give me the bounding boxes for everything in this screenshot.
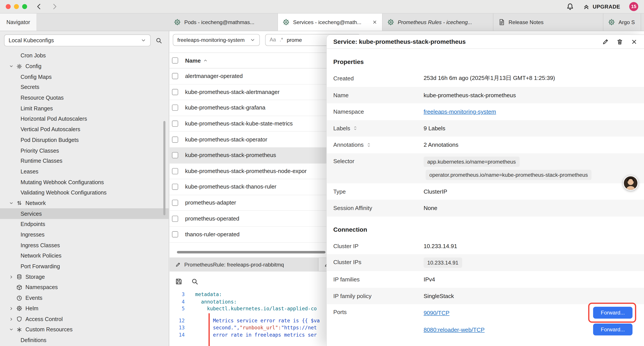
column-header-name[interactable]: Name bbox=[185, 57, 208, 64]
namespace-selector-value: freeleaps-monitoring-system bbox=[177, 37, 244, 43]
notification-count-badge[interactable]: 15 bbox=[629, 2, 638, 11]
sidebar-item-storage[interactable]: Storage bbox=[0, 272, 169, 282]
sidebar-item-endpoints[interactable]: Endpoints bbox=[0, 219, 169, 230]
sidebar-item-config-maps[interactable]: Config Maps bbox=[0, 72, 169, 82]
sidebar-item-events[interactable]: Events bbox=[0, 293, 169, 303]
row-checkbox[interactable] bbox=[172, 73, 178, 79]
row-checkbox[interactable] bbox=[172, 184, 178, 190]
code-text: kubectl.kubernetes.io/last-applied-co bbox=[189, 306, 317, 313]
forward-button[interactable] bbox=[51, 3, 58, 10]
regex-toggle[interactable]: .* bbox=[280, 37, 283, 43]
navigator-panel-tab[interactable]: Navigator bbox=[0, 13, 37, 31]
sidebar-item-services[interactable]: Services bbox=[0, 209, 169, 219]
sidebar-item-runtime-classes[interactable]: Runtime Classes bbox=[0, 156, 169, 166]
tab-label: Argo S bbox=[618, 19, 636, 25]
namespace-link[interactable]: freeleaps-monitoring-system bbox=[424, 108, 496, 115]
chevron-right-icon[interactable] bbox=[9, 275, 16, 279]
expand-collapse-icon[interactable] bbox=[353, 126, 358, 130]
tab-pods-icecheng-mathmas[interactable]: Pods - icecheng@mathmas... bbox=[169, 13, 278, 31]
sidebar-item-priority-classes[interactable]: Priority Classes bbox=[0, 145, 169, 156]
property-row-namespace: Namespacefreeleaps-monitoring-system bbox=[327, 103, 644, 120]
kubeconfig-selector[interactable]: Local Kubeconfigs bbox=[4, 34, 150, 46]
row-checkbox[interactable] bbox=[172, 200, 178, 206]
sidebar-item-definitions[interactable]: Definitions bbox=[0, 335, 169, 345]
back-button[interactable] bbox=[35, 3, 43, 10]
close-drawer-button[interactable] bbox=[631, 38, 638, 45]
chevron-right-icon[interactable] bbox=[9, 317, 16, 322]
sidebar-item-port-forwarding[interactable]: Port Forwarding bbox=[0, 261, 169, 272]
sidebar-item-helm[interactable]: Helm bbox=[0, 303, 169, 314]
sidebar-item-leases[interactable]: Leases bbox=[0, 166, 169, 177]
row-checkbox[interactable] bbox=[172, 136, 178, 143]
db-icon bbox=[16, 274, 26, 280]
sidebar-item-label: Pod Disruption Budgets bbox=[20, 137, 79, 143]
notifications-button[interactable] bbox=[566, 3, 574, 10]
sidebar-item-secrets[interactable]: Secrets bbox=[0, 82, 169, 93]
tab-release-notes[interactable]: Release Notes bbox=[494, 13, 604, 31]
port-link[interactable]: 9090/TCP bbox=[424, 310, 449, 316]
sort-ascending-icon bbox=[203, 58, 208, 63]
port-link[interactable]: 8080:reloader-web/TCP bbox=[424, 326, 484, 333]
row-checkbox[interactable] bbox=[172, 232, 178, 238]
sidebar-item-network[interactable]: Network bbox=[0, 198, 169, 209]
match-case-toggle[interactable]: Aa bbox=[270, 37, 276, 43]
sidebar-item-label: Mutating Webhook Configurations bbox=[20, 179, 104, 185]
sidebar-item-label: Access Control bbox=[26, 316, 63, 322]
minimize-window-button[interactable] bbox=[14, 4, 19, 9]
editor-search-button[interactable] bbox=[191, 278, 198, 285]
sidebar-search-button[interactable] bbox=[152, 34, 166, 46]
expand-collapse-icon[interactable] bbox=[366, 143, 371, 147]
sidebar-item-access-control[interactable]: Access Control bbox=[0, 314, 169, 324]
sidebar-item-custom-resources[interactable]: Custom Resources bbox=[0, 324, 169, 335]
upgrade-button[interactable]: UPGRADE bbox=[583, 3, 620, 10]
forward-port-button[interactable]: Forward... bbox=[593, 307, 632, 319]
details-body: PropertiesCreated253d 16h 6m ago (2025年1… bbox=[327, 49, 644, 338]
sidebar-item-horizontal-pod-autoscalers[interactable]: Horizontal Pod Autoscalers bbox=[0, 114, 169, 124]
row-checkbox[interactable] bbox=[172, 89, 178, 95]
delete-service-button[interactable] bbox=[616, 38, 623, 45]
edit-service-button[interactable] bbox=[602, 38, 609, 45]
row-checkbox[interactable] bbox=[172, 168, 178, 174]
sidebar-scrollbar[interactable] bbox=[163, 121, 165, 215]
select-all-checkbox[interactable] bbox=[172, 57, 178, 63]
badge-list: 10.233.14.91 bbox=[424, 254, 462, 271]
chevron-down-icon[interactable] bbox=[9, 64, 16, 68]
zoom-window-button[interactable] bbox=[22, 4, 27, 9]
property-row-ports: Ports9090/TCPForward...8080:reloader-web… bbox=[327, 304, 644, 338]
sidebar-item-mutating-webhook-configurations[interactable]: Mutating Webhook Configurations bbox=[0, 177, 169, 187]
chevron-right-icon[interactable] bbox=[9, 306, 16, 311]
sidebar-item-label: Endpoints bbox=[20, 221, 45, 227]
kubeconfig-selector-value: Local Kubeconfigs bbox=[8, 37, 54, 43]
sidebar-item-validating-webhook-configurations[interactable]: Validating Webhook Configurations bbox=[0, 187, 169, 198]
row-checkbox[interactable] bbox=[172, 216, 178, 222]
sidebar-item-resource-quotas[interactable]: Resource Quotas bbox=[0, 93, 169, 103]
close-tab-icon[interactable] bbox=[372, 20, 377, 24]
tab-argo-s[interactable]: Argo S bbox=[604, 13, 641, 31]
tab-services-icecheng-math[interactable]: Services - icecheng@math... bbox=[278, 13, 382, 31]
horizontal-scrollbar[interactable] bbox=[177, 251, 326, 253]
tab-prometheus-rules-icecheng[interactable]: Prometheus Rules - icecheng... bbox=[382, 13, 494, 31]
sidebar-item-ingresses[interactable]: Ingresses bbox=[0, 230, 169, 240]
sidebar-item-limit-ranges[interactable]: Limit Ranges bbox=[0, 103, 169, 114]
row-checkbox[interactable] bbox=[172, 121, 178, 127]
save-icon bbox=[175, 278, 182, 285]
row-checkbox[interactable] bbox=[172, 105, 178, 111]
sidebar-item-pod-disruption-budgets[interactable]: Pod Disruption Budgets bbox=[0, 135, 169, 145]
sidebar-item-namespaces[interactable]: Namespaces bbox=[0, 282, 169, 293]
editor-tab-prometheusrule[interactable]: PrometheusRule: freeleaps-prod-rabbitmq bbox=[170, 258, 318, 271]
sidebar-item-config[interactable]: Config bbox=[0, 61, 169, 71]
chevron-down-icon[interactable] bbox=[9, 201, 16, 205]
sidebar-item-ingress-classes[interactable]: Ingress Classes bbox=[0, 240, 169, 251]
chevron-down-icon[interactable] bbox=[9, 327, 16, 332]
search-query-text: prome bbox=[287, 37, 302, 43]
user-avatar[interactable] bbox=[623, 175, 638, 191]
namespace-selector[interactable]: freeleaps-monitoring-system bbox=[173, 34, 260, 45]
close-window-button[interactable] bbox=[6, 4, 10, 9]
row-checkbox[interactable] bbox=[172, 152, 178, 158]
sidebar-item-vertical-pod-autoscalers[interactable]: Vertical Pod Autoscalers bbox=[0, 124, 169, 135]
save-button[interactable] bbox=[175, 278, 182, 285]
forward-port-button[interactable]: Forward... bbox=[593, 324, 632, 335]
asterisk-icon bbox=[16, 327, 26, 333]
sidebar-item-network-policies[interactable]: Network Policies bbox=[0, 251, 169, 261]
sidebar-item-cron-jobs[interactable]: Cron Jobs bbox=[0, 50, 169, 61]
